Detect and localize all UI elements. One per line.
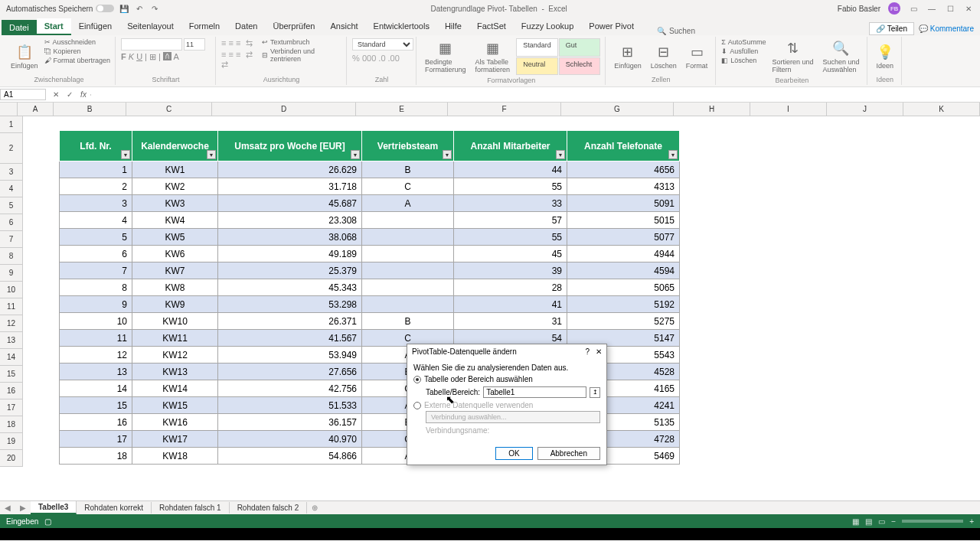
cut-button[interactable]: ✂Ausschneiden — [44, 38, 111, 46]
table-row[interactable]: 2KW231.718C554313 — [60, 178, 680, 195]
row-header[interactable]: 6 — [0, 214, 23, 231]
row-header[interactable]: 19 — [0, 433, 23, 450]
row-header[interactable]: 16 — [0, 383, 23, 399]
minimize-icon[interactable]: — — [926, 3, 937, 14]
filter-arrow-icon[interactable]: ▼ — [443, 150, 452, 159]
ok-button[interactable]: OK — [495, 447, 532, 460]
filter-arrow-icon[interactable]: ▼ — [121, 150, 130, 159]
tab-power pivot[interactable]: Power Pivot — [581, 18, 642, 35]
user-avatar[interactable]: FB — [888, 2, 900, 15]
row-header[interactable]: 13 — [0, 332, 23, 349]
worksheet-grid[interactable]: ABCDEFGHIJK 1234567891011121314151617181… — [0, 103, 980, 500]
view-pagebreak-icon[interactable]: ▭ — [878, 517, 885, 526]
insert-cells-button[interactable]: ⊞Einfügen — [611, 38, 645, 74]
column-header[interactable]: Vertriebsteam▼ — [362, 131, 454, 161]
col-header[interactable]: D — [212, 103, 356, 116]
dialog-close-icon[interactable]: ✕ — [596, 347, 602, 356]
row-header[interactable]: 12 — [0, 315, 23, 332]
format-table-button[interactable]: ▦Als Tabelle formatieren — [472, 38, 514, 75]
col-header[interactable]: C — [126, 103, 212, 116]
table-row[interactable]: 7KW725.379394594 — [60, 262, 680, 279]
filter-arrow-icon[interactable]: ▼ — [668, 150, 678, 159]
filter-arrow-icon[interactable]: ▼ — [556, 150, 565, 159]
name-box[interactable] — [0, 89, 46, 100]
search-box[interactable]: 🔍 Suchen — [657, 27, 695, 35]
row-header[interactable]: 17 — [0, 399, 23, 416]
col-header[interactable]: H — [674, 103, 750, 116]
column-header[interactable]: Kalenderwoche▼ — [132, 131, 218, 161]
tab-daten[interactable]: Daten — [227, 18, 265, 35]
autosum-button[interactable]: ΣAutoSumme — [721, 38, 766, 46]
range-selector-icon[interactable]: ↥ — [590, 387, 600, 398]
tab-überprüfen[interactable]: Überprüfen — [265, 18, 322, 35]
radio-table-range[interactable]: Tabelle oder Bereich auswählen — [413, 375, 600, 383]
undo-icon[interactable]: ↶ — [134, 3, 145, 14]
ideas-button[interactable]: 💡Ideen — [873, 38, 897, 74]
merge-button[interactable]: ⊟Verbinden und zentrieren — [262, 47, 341, 63]
save-icon[interactable]: 💾 — [119, 3, 129, 14]
row-header[interactable]: 7 — [0, 231, 23, 248]
paste-button[interactable]: 📋Einfügen — [8, 38, 41, 74]
close-icon[interactable]: ✕ — [963, 3, 974, 14]
table-row[interactable]: 6KW649.189454944 — [60, 246, 680, 262]
col-header[interactable]: F — [448, 103, 561, 116]
dialog-help-icon[interactable]: ? — [585, 347, 590, 356]
font-size-input[interactable] — [184, 38, 205, 51]
maximize-icon[interactable]: ☐ — [945, 3, 956, 14]
user-name[interactable]: Fabio Basler — [838, 5, 880, 13]
enter-formula-icon[interactable]: ✓ — [63, 90, 77, 99]
fx-icon[interactable]: fx — [77, 90, 90, 99]
row-header[interactable]: 18 — [0, 416, 23, 433]
tab-ansicht[interactable]: Ansicht — [322, 18, 365, 35]
row-header[interactable]: 2 — [0, 133, 23, 164]
formula-bar[interactable] — [90, 94, 980, 96]
add-sheet-icon[interactable]: ⊕ — [307, 504, 322, 512]
sheet-tab[interactable]: Rohdaten korrekt — [77, 502, 152, 514]
row-header[interactable]: 8 — [0, 248, 23, 265]
view-layout-icon[interactable]: ▤ — [865, 517, 872, 526]
share-button[interactable]: 🔗 Teilen — [869, 22, 914, 35]
sheet-tab[interactable]: Rohdaten falsch 1 — [152, 502, 230, 514]
sheet-nav-prev-icon[interactable]: ◀ — [0, 504, 15, 512]
format-painter-button[interactable]: 🖌Format übertragen — [44, 57, 111, 64]
tab-file[interactable]: Datei — [2, 20, 37, 35]
table-row[interactable]: 4KW423.308575015 — [60, 212, 680, 229]
column-header[interactable]: Lfd. Nr.▼ — [60, 131, 132, 161]
col-header[interactable]: K — [903, 103, 980, 116]
zoom-out-icon[interactable]: − — [891, 517, 896, 526]
table-row[interactable]: 8KW845.343285065 — [60, 279, 680, 296]
style-schlecht[interactable]: Schlecht — [559, 57, 601, 76]
filter-arrow-icon[interactable]: ▼ — [207, 150, 216, 159]
style-standard[interactable]: Standard — [516, 38, 558, 57]
row-header[interactable]: 5 — [0, 197, 23, 214]
find-select-button[interactable]: 🔍Suchen und Auswählen — [819, 38, 862, 75]
cancel-formula-icon[interactable]: ✕ — [49, 90, 63, 99]
row-header[interactable]: 1 — [0, 116, 23, 133]
column-header[interactable]: Anzahl Telefonate▼ — [567, 131, 680, 161]
column-header[interactable]: Anzahl Mitarbeiter▼ — [454, 131, 567, 161]
tab-fuzzy lookup[interactable]: Fuzzy Lookup — [514, 18, 581, 35]
col-header[interactable]: A — [18, 103, 54, 116]
table-row[interactable]: 10KW1026.371B315275 — [60, 313, 680, 330]
sheet-tab-active[interactable]: Tabelle3 — [31, 501, 77, 514]
tab-hilfe[interactable]: Hilfe — [437, 18, 469, 35]
table-row[interactable]: 1KW126.629B444656 — [60, 161, 680, 178]
sheet-tab[interactable]: Rohdaten falsch 2 — [230, 502, 308, 514]
sheet-nav-next-icon[interactable]: ▶ — [15, 504, 31, 512]
column-header[interactable]: Umsatz pro Woche [EUR]▼ — [218, 131, 362, 161]
table-row[interactable]: 9KW953.298415192 — [60, 296, 680, 313]
cancel-button[interactable]: Abbrechen — [537, 447, 600, 460]
font-family-input[interactable] — [121, 38, 182, 51]
col-header[interactable]: G — [561, 103, 674, 116]
tab-formeln[interactable]: Formeln — [181, 18, 227, 35]
tab-factset[interactable]: FactSet — [469, 18, 514, 35]
fill-button[interactable]: ⬇Ausfüllen — [721, 47, 766, 55]
row-header[interactable]: 10 — [0, 282, 23, 298]
select-all-corner[interactable] — [0, 103, 18, 116]
redo-icon[interactable]: ↷ — [149, 3, 160, 14]
autosave-toggle[interactable]: Automatisches Speichern — [6, 5, 114, 13]
row-header[interactable]: 14 — [0, 349, 23, 366]
col-header[interactable]: I — [750, 103, 827, 116]
tab-seitenlayout[interactable]: Seitenlayout — [119, 18, 181, 35]
style-gut[interactable]: Gut — [559, 38, 601, 57]
